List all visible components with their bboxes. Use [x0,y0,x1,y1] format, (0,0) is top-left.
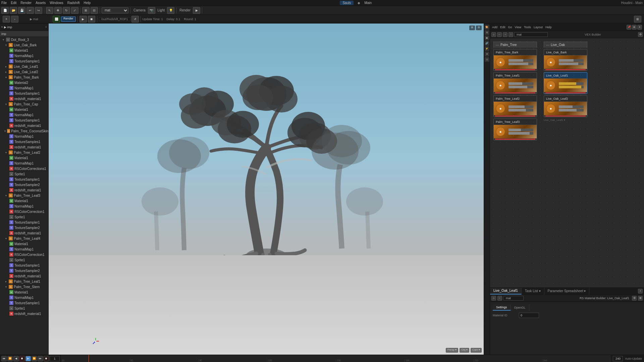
cam-btn[interactable]: Cam ▾ [471,348,482,353]
tree-item-material1[interactable]: M Material1 [0,48,48,53]
rp-go[interactable]: Go [508,26,512,29]
rp-layout[interactable]: Layout [534,26,543,29]
tree-item-mat8[interactable]: M Material1 [0,289,48,295]
select-btn[interactable]: ↖ [46,7,53,14]
tab-add-btn[interactable]: + [638,289,643,293]
tree-item-rscolor1[interactable]: R RSColorCorrections1 [0,166,48,171]
tree-item-ts3[interactable]: T TextureSampler1 [0,118,48,123]
rp-expand-btn[interactable]: ⊞ [632,25,637,30]
rp-edit[interactable]: Edit [500,26,505,29]
render-btn[interactable]: ▶ [193,7,200,14]
tree-item-rs4[interactable]: R redshift_material1 [0,187,48,193]
tree-item-palm-tree-bark[interactable]: ▾ G Palm_Tree_Bark [0,75,48,80]
tree-item-nm8[interactable]: T NormalMap1 [0,295,48,300]
strip-icon-6[interactable]: ⊕ [485,52,489,56]
play-vp-btn[interactable]: ▶ [79,16,87,22]
obj-btn[interactable]: Obj ▾ [460,348,469,353]
rpt-home-btn[interactable]: ⌂ [491,32,496,37]
material-id-input[interactable] [519,313,539,318]
play-back-btn[interactable]: ◀ [13,356,19,361]
viewport-canvas[interactable]: www.rrcg.cn [49,24,484,355]
tree-item-palm-leaf2[interactable]: ▾ G Palm_Tree_Leaf2 [0,150,48,155]
tree-item-ts11[interactable]: T TextureSampler1 [0,300,48,306]
rpt-up-btn[interactable]: ↑ [508,32,513,37]
rotate-btn[interactable]: ↻ [63,7,70,14]
tree-item-coconutskin[interactable]: ▾ G Palm_Tree_CoconutSkin [0,128,48,134]
stop-vp-btn[interactable]: ⏹ [88,16,95,22]
undo-btn[interactable]: ↩ [26,7,34,14]
rp-help[interactable]: Help [545,26,552,29]
tree-item-palm-leaf4[interactable]: ▾ G Palm_Tree_Leaf4 [0,236,48,241]
tab-live-oak-leaf1[interactable]: Live_Oak_Leaf1 [490,288,522,295]
stop-btn[interactable]: ⏹ [19,356,25,361]
menu-assets[interactable]: Assets [36,1,46,5]
plus-btn-left[interactable]: + [3,16,10,22]
tree-item-rs7[interactable]: R redshift_material1 [0,311,48,316]
tree-item-ts10[interactable]: T TextureSampler2 [0,268,48,273]
material-network[interactable]: — Palm_Tree Palm_Tree_Bark ◆ [490,38,644,287]
tree-item-sprite2[interactable]: • Sprite1 [0,214,48,220]
live-oak-bark-node[interactable]: Live_Oak_Bark ◆ [544,49,587,71]
strip-icon-4[interactable]: 🔗 [485,41,489,46]
strip-icon-3[interactable]: ▣ [485,36,489,40]
tree-item-sprite4[interactable]: • Sprite1 [0,306,48,311]
rpt-fwd-btn[interactable]: → [503,32,507,37]
strip-icon-1[interactable]: 🎨 [485,25,489,30]
goto-start-btn[interactable]: ⏮ [1,356,7,361]
tree-item-nm2[interactable]: T NormalMap1 [0,85,48,91]
tree-item-mat2[interactable]: M Material2 [0,80,48,85]
palm-tree-leaf1-node[interactable]: Palm_Tree_Leaf1 ◆ [493,72,537,94]
rp-pin-btn[interactable]: 📌 [627,25,631,30]
tab-settings[interactable]: Settings [493,305,511,311]
rpt-back-btn[interactable]: ← [497,32,502,37]
live-oak-leaf2-node[interactable]: Live_Oak_Leaf2 ◆ [544,95,587,117]
tree-item-live-oak-leaf2[interactable]: ▸ G Live_Oak_Leaf2 [0,69,48,75]
tree-item-nm6[interactable]: T NormalMap1 [0,203,48,209]
menu-windows[interactable]: Windows [50,1,63,5]
tree-item-texsampler1[interactable]: T TextureSampler1 [0,58,48,64]
play-fwd-btn[interactable]: ▶ [25,356,31,361]
tree-item-dotrootexpand[interactable]: ▾ • Dot_Root_3 [0,37,48,42]
persp-btn[interactable]: Persp ▾ [446,348,458,353]
tree-item-rs1[interactable]: R redshift_material1 [0,96,48,101]
tree-item-rscolor2[interactable]: R RSColorCorrection1 [0,209,48,214]
menu-edit[interactable]: Edit [11,1,16,5]
tree-item-mat5[interactable]: M Material1 [0,155,48,161]
move-btn[interactable]: ✥ [54,7,62,14]
tab-opengl[interactable]: OpenGL [511,305,529,311]
settings-vp-btn[interactable]: ⚙ [476,26,482,30]
minus-btn-left[interactable]: - [11,16,18,22]
expand-all-btn[interactable]: ▾ [1,26,3,29]
strip-icon-5[interactable]: ⚡ [485,46,489,51]
camera-btn[interactable]: 📷 [148,7,155,14]
menu-render[interactable]: Render [20,1,32,5]
grid-btn[interactable]: ⊟ [91,7,98,14]
maximize-btn[interactable]: ⊞ [469,26,475,30]
filter-icon[interactable]: ≡ [45,26,47,29]
tree-item-sprite3[interactable]: • Sprite1 [0,257,48,263]
render-mode-btn[interactable]: Render [61,16,76,22]
tree-item-ts6[interactable]: T TextureSampler2 [0,182,48,187]
end-frame-input[interactable] [613,356,623,361]
menu-help[interactable]: Help [84,1,91,5]
tree-item-rs2[interactable]: R redshift_material1 [0,123,48,128]
save-btn[interactable]: 💾 [18,7,25,14]
rpt-settings-btn[interactable]: ⚙ [638,32,643,37]
timeline-track[interactable]: 30 60 90 120 150 180 210 240 [61,355,611,362]
tree-item-ts9[interactable]: T TextureSampler1 [0,263,48,268]
bcb-settings-btn[interactable]: ⚙ [632,296,637,301]
bcb-expand-btn[interactable]: ⊞ [638,296,643,301]
menu-file[interactable]: File [1,1,7,5]
rp-add[interactable]: Add [492,26,497,29]
strip-icon-2[interactable]: ⊞ [485,30,489,35]
step-back-btn[interactable]: ⏪ [7,356,13,361]
tree-item-rscolor3[interactable]: R RSColorCorrection1 [0,252,48,257]
tree-item-ts5[interactable]: T TextureSampler1 [0,177,48,182]
bcb-home-btn[interactable]: ⌂ [491,296,496,301]
tree-item-palm-leaf1b[interactable]: ▸ G Palm_Tree_Leaf1 [0,279,48,284]
tree-item-nm7[interactable]: T NormalMap1 [0,246,48,252]
tree-item-sprite1[interactable]: • Sprite1 [0,171,48,177]
tab-task-list[interactable]: Task List ▾ [522,288,544,295]
rp-view[interactable]: View [515,26,521,29]
tree-item-mat3[interactable]: M Material1 [0,107,48,112]
